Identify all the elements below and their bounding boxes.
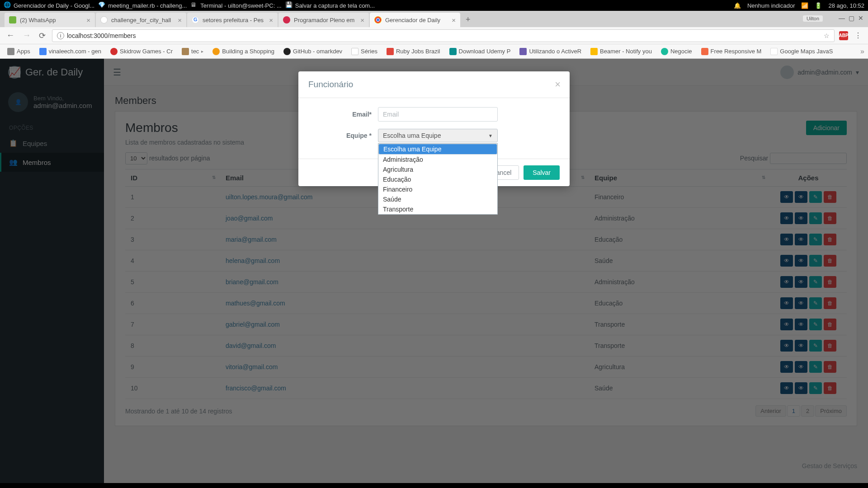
dropdown-option[interactable]: Escolha uma Equipe xyxy=(378,144,497,155)
ruby-icon: 💎 xyxy=(98,1,106,9)
bookmark-item[interactable]: tec▸ xyxy=(178,47,207,56)
address-input[interactable]: i localhost:3000/members ☆ xyxy=(52,29,835,42)
dropdown-option[interactable]: Agricultura xyxy=(378,164,497,174)
bookmark-favicon-icon xyxy=(212,48,220,55)
os-tasks: 🌐Gerenciador de Daily - Googl...💎meeting… xyxy=(4,1,375,9)
bookmark-item[interactable]: Ruby Jobs Brazil xyxy=(383,47,444,56)
dropdown-option[interactable]: Saúde xyxy=(378,194,497,204)
browser-tab[interactable]: Gerenciador de Daily× xyxy=(370,13,460,27)
wifi-icon[interactable]: 📶 xyxy=(801,2,808,9)
bookmark-item[interactable]: Beamer - Notify you xyxy=(587,47,656,56)
bookmarks-bar: Appsvinaleech.com - genSkidrow Games - C… xyxy=(0,44,868,59)
browser-tab[interactable]: Programador Pleno em× xyxy=(278,13,369,27)
os-taskbar: 🌐Gerenciador de Daily - Googl...💎meeting… xyxy=(0,0,868,11)
chrome-icon: 🌐 xyxy=(4,1,12,9)
bookmark-item[interactable]: Séries xyxy=(348,47,381,56)
bookmark-favicon-icon xyxy=(387,48,394,55)
equipe-label: Equipe * xyxy=(310,132,378,139)
os-indicator[interactable]: Nenhum indicador xyxy=(747,2,795,9)
chevron-icon: ▸ xyxy=(201,49,203,54)
term-icon: 🖥 xyxy=(190,1,198,9)
tab-title: challenge_for_city_hall xyxy=(111,17,171,23)
email-input[interactable] xyxy=(378,107,498,122)
os-task[interactable]: 🌐Gerenciador de Daily - Googl... xyxy=(4,1,94,9)
browser-tab[interactable]: (2) WhatsApp× xyxy=(5,13,95,27)
modal-funcionario: Funcionário × Email* Equipe * Escolha um… xyxy=(298,71,570,186)
favicon-icon xyxy=(192,16,199,23)
site-info-icon[interactable]: i xyxy=(57,32,64,39)
favicon-icon xyxy=(283,16,290,23)
os-task[interactable]: 🖥Terminal - uilton@sweet-PC: ... xyxy=(190,1,281,9)
bookmark-favicon-icon xyxy=(590,48,598,55)
os-bottom-bar xyxy=(0,483,868,488)
favicon-icon xyxy=(100,16,108,23)
equipe-select[interactable]: Escolha uma Equipe ▼ xyxy=(378,129,498,142)
tab-title: Gerenciador de Daily xyxy=(385,17,440,23)
dropdown-option[interactable]: Administração xyxy=(378,155,497,164)
os-task[interactable]: 💾Salvar a captura de tela com... xyxy=(285,1,375,9)
chrome-menu-icon[interactable]: ⋮ xyxy=(853,31,863,40)
bookmark-item[interactable]: Negocie xyxy=(657,47,696,56)
bookmark-favicon-icon xyxy=(39,48,47,55)
tab-title: Programador Pleno em xyxy=(294,17,354,23)
bookmark-item[interactable]: Free Responsive M xyxy=(698,47,765,56)
browser-window: (2) WhatsApp×challenge_for_city_hall×set… xyxy=(0,11,868,483)
bookmark-item[interactable]: GitHub - omarkdev xyxy=(280,47,346,56)
new-tab-button[interactable]: + xyxy=(463,15,473,24)
nav-forward-icon[interactable]: → xyxy=(21,31,33,40)
bookmark-item[interactable]: Download Udemy P xyxy=(446,47,514,56)
equipe-dropdown: Escolha uma EquipeAdministraçãoAgricultu… xyxy=(378,143,498,215)
bookmark-favicon-icon xyxy=(7,48,14,55)
window-close-icon[interactable]: ✕ xyxy=(858,14,863,22)
tab-close-icon[interactable]: × xyxy=(269,16,273,24)
address-bar: ← → ⟳ i localhost:3000/members ☆ ABP ⋮ xyxy=(0,27,868,44)
bookmark-item[interactable]: Apps xyxy=(4,47,34,56)
bookmark-favicon-icon xyxy=(770,48,778,55)
tab-title: (2) WhatsApp xyxy=(20,17,56,23)
nav-back-icon[interactable]: ← xyxy=(5,31,16,40)
os-task[interactable]: 💎meeting_mailer.rb - challeng... xyxy=(98,1,187,9)
bookmark-favicon-icon xyxy=(519,48,527,55)
bell-icon[interactable]: 🔔 xyxy=(734,2,741,9)
adblock-icon[interactable]: ABP xyxy=(839,31,848,40)
bookmark-item[interactable]: Utilizando o ActiveR xyxy=(516,47,585,56)
modal-title: Funcionário xyxy=(308,80,353,89)
nav-reload-icon[interactable]: ⟳ xyxy=(37,31,47,41)
email-label: Email* xyxy=(310,111,378,118)
battery-icon[interactable]: 🔋 xyxy=(815,2,822,9)
bookmark-star-icon[interactable]: ☆ xyxy=(824,32,830,39)
bookmarks-overflow-icon[interactable]: » xyxy=(860,47,864,56)
bookmark-favicon-icon xyxy=(283,48,291,55)
bookmark-favicon-icon xyxy=(182,48,189,55)
tab-close-icon[interactable]: × xyxy=(360,16,364,24)
bookmark-item[interactable]: Skidrow Games - Cr xyxy=(107,47,176,56)
bookmark-favicon-icon xyxy=(110,48,118,55)
tab-close-icon[interactable]: × xyxy=(452,16,456,24)
browser-tab[interactable]: setores prefeitura - Pes× xyxy=(187,13,278,27)
tab-title: setores prefeitura - Pes xyxy=(203,17,264,23)
bookmark-item[interactable]: Building a Shopping xyxy=(209,47,278,56)
favicon-icon xyxy=(374,16,382,23)
bookmark-item[interactable]: Google Maps JavaS xyxy=(767,47,836,56)
bookmark-favicon-icon xyxy=(449,48,457,55)
tab-strip: (2) WhatsApp×challenge_for_city_hall×set… xyxy=(0,11,868,27)
caret-down-icon: ▼ xyxy=(488,133,493,138)
profile-chip[interactable]: Uilton xyxy=(803,15,823,22)
dropdown-option[interactable]: Transporte xyxy=(378,204,497,214)
bookmark-favicon-icon xyxy=(661,48,668,55)
window-maximize-icon[interactable]: ▢ xyxy=(849,14,854,22)
dropdown-option[interactable]: Financeiro xyxy=(378,184,497,194)
dropdown-option[interactable]: Educação xyxy=(378,174,497,184)
favicon-icon xyxy=(9,16,16,23)
os-clock: 28 ago, 10:52 xyxy=(828,2,864,9)
equipe-selected-value: Escolha uma Equipe xyxy=(383,132,441,139)
save-icon: 💾 xyxy=(285,1,293,9)
modal-close-icon[interactable]: × xyxy=(555,79,561,90)
tab-close-icon[interactable]: × xyxy=(178,16,182,24)
tab-close-icon[interactable]: × xyxy=(86,16,90,24)
bookmark-favicon-icon xyxy=(701,48,708,55)
save-button[interactable]: Salvar xyxy=(524,165,560,180)
browser-tab[interactable]: challenge_for_city_hall× xyxy=(96,13,186,27)
window-minimize-icon[interactable]: — xyxy=(839,14,845,22)
bookmark-item[interactable]: vinaleech.com - gen xyxy=(36,47,105,56)
